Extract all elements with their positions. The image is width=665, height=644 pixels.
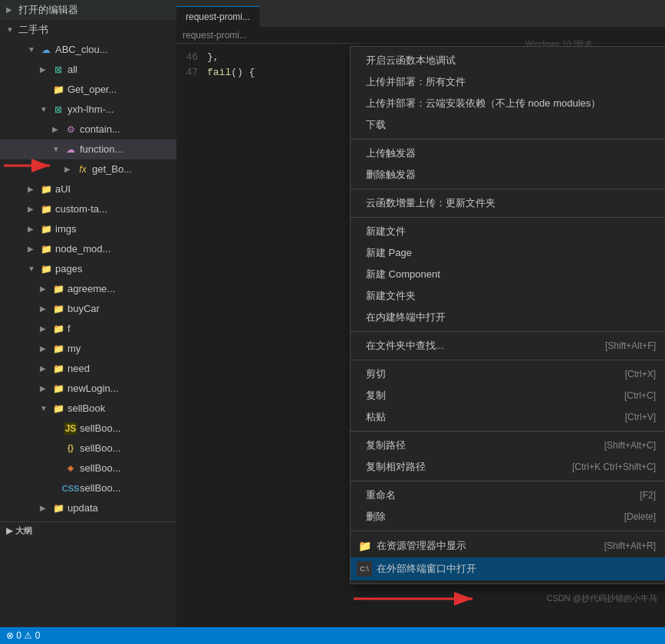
item-label: pages [55, 261, 82, 278]
project-header[interactable]: ▼ 二手书 [0, 20, 176, 40]
folder-icon: 📁 [52, 343, 64, 355]
menu-separator [351, 531, 665, 531]
tree-item[interactable]: ▶ 📁 f [0, 319, 176, 339]
item-label: yxh-lhm-... [67, 101, 114, 118]
menu-new-file[interactable]: 新建文件 [351, 221, 665, 242]
tree-item[interactable]: ▶ 📁 imgs [0, 219, 176, 239]
menu-open-terminal[interactable]: 在内建终端中打开 [351, 307, 665, 328]
tree-item[interactable]: ▶ fx get_Bo... [0, 159, 176, 179]
context-menu: 开启云函数本地调试 上传并部署：所有文件 上传并部署：云端安装依赖（不上传 no… [350, 46, 665, 584]
item-label: sellBoo... [80, 440, 120, 457]
watermark: CSDN @抄代码抄错的小牛马 [547, 593, 657, 604]
tree-item[interactable]: CSS sellBoo... [0, 478, 176, 498]
menu-open-debug[interactable]: 开启云函数本地调试 [351, 50, 665, 71]
folder-icon: 📁 [52, 283, 64, 295]
tree-item[interactable]: ▶ 📁 need [0, 359, 176, 379]
menu-new-folder[interactable]: 新建文件夹 [351, 285, 665, 307]
sidebar: ▶ 打开的编辑器 ▼ 二手书 ▼ ☁ ABC_clou... ▶ ⊠ all 📁… [0, 0, 176, 627]
tree-item[interactable]: {} sellBoo... [0, 439, 176, 458]
function-item[interactable]: ▼ ☁ function... [0, 140, 176, 159]
tree-item[interactable]: ▶ 📁 node_mod... [0, 239, 176, 259]
menu-separator [351, 139, 665, 140]
item-label: Get_oper... [67, 81, 117, 98]
item-label: imgs [55, 221, 76, 238]
js-icon: JS [64, 422, 77, 435]
tree-item[interactable]: ▶ 📁 aUI [0, 179, 176, 199]
tree-item[interactable]: ▶ 📁 newLogin... [0, 379, 176, 399]
tree-item[interactable]: ▶ 📁 agreeme... [0, 279, 176, 299]
menu-incremental-upload[interactable]: 云函数增量上传：更新文件夹 [351, 192, 665, 214]
json-icon: {} [64, 442, 77, 455]
fx-icon: fx [77, 163, 89, 176]
folder-icon: 📁 [40, 223, 52, 235]
item-label: all [67, 61, 77, 78]
tree-item[interactable]: ▼ ⊠ yxh-lhm-... [0, 100, 176, 120]
tree-item[interactable]: ▶ ⊠ all [0, 60, 176, 80]
menu-copy-relative-path[interactable]: 复制相对路径 [Ctrl+K Ctrl+Shift+C] [351, 456, 665, 478]
tree-item[interactable]: JS sellBoo... [0, 419, 176, 439]
item-label: updata [67, 500, 98, 517]
menu-show-in-explorer[interactable]: 📁 在资源管理器中显示 [Shift+Alt+R] [351, 534, 665, 557]
error-count: ⊗ 0 ⚠ 0 [6, 630, 40, 641]
menu-new-page[interactable]: 新建 Page [351, 242, 665, 264]
menu-separator [351, 217, 665, 218]
tree-item[interactable]: ▶ 📁 my [0, 339, 176, 359]
tree-item[interactable]: ▼ 📁 pages [0, 259, 176, 279]
menu-upload-trigger[interactable]: 上传触发器 [351, 143, 665, 164]
menu-download[interactable]: 下载 [351, 114, 665, 136]
status-left: ⊗ 0 ⚠ 0 [6, 630, 40, 641]
menu-paste[interactable]: 粘贴 [Ctrl+V] [351, 406, 665, 428]
folder-icon: 📁 [357, 538, 372, 554]
menu-rename[interactable]: 重命名 [F2] [351, 485, 665, 506]
menu-delete-trigger[interactable]: 删除触发器 [351, 164, 665, 186]
item-label: need [67, 360, 90, 377]
item-label: sellBoo... [80, 420, 120, 437]
folder-icon: 📁 [52, 363, 64, 375]
html-icon: ◈ [64, 462, 77, 475]
outline-label: 大纲 [15, 525, 32, 537]
folder-icon: 📁 [52, 502, 64, 514]
menu-upload-all[interactable]: 上传并部署：所有文件 [351, 71, 665, 93]
tree-item[interactable]: ▶ 📁 updata [0, 498, 176, 518]
item-label: get_Bo... [92, 161, 132, 178]
tree-item[interactable]: 📁 Get_oper... [0, 80, 176, 100]
item-label: ABC_clou... [55, 41, 108, 58]
folder-icon: 📁 [52, 402, 64, 415]
menu-find-in-folder[interactable]: 在文件夹中查找... [Shift+Alt+F] [351, 335, 665, 356]
project-label: 二手书 [18, 21, 48, 38]
func-icon: ⚙ [64, 123, 77, 136]
css-icon: CSS [64, 482, 77, 495]
item-label: sellBook [67, 400, 105, 417]
menu-separator [351, 189, 665, 189]
folder-icon: 📁 [40, 183, 52, 196]
item-label: my [67, 340, 81, 357]
folder-icon: 📁 [52, 303, 64, 315]
tree-item[interactable]: ▶ 📁 buyCar [0, 299, 176, 319]
tab-request-promi[interactable]: request-promi... [176, 6, 259, 27]
item-label: custom-ta... [55, 201, 107, 218]
arrow-icon: ▶ [6, 2, 18, 18]
folder-icon: 📁 [52, 383, 64, 395]
menu-separator [351, 431, 665, 432]
menu-separator [351, 481, 665, 481]
menu-copy[interactable]: 复制 [Ctrl+C] [351, 385, 665, 406]
tree-item[interactable]: ▶ ⚙ contain... [0, 120, 176, 140]
open-editors-header[interactable]: ▶ 打开的编辑器 [0, 0, 176, 20]
tree-item[interactable]: ▶ 📁 custom-ta... [0, 199, 176, 219]
item-label: contain... [80, 121, 120, 138]
menu-open-external-terminal[interactable]: C:\ 在外部终端窗口中打开 [351, 557, 665, 580]
folder-icon: 📁 [52, 323, 64, 335]
menu-copy-path[interactable]: 复制路径 [Shift+Alt+C] [351, 435, 665, 456]
menu-delete[interactable]: 删除 [Delete] [351, 506, 665, 527]
item-label: aUI [55, 181, 71, 198]
outline-header[interactable]: ▶ 大纲 [0, 521, 176, 540]
editor-area: request-promi... request-promi... 46 }, … [176, 0, 665, 627]
tree-item[interactable]: ◈ sellBoo... [0, 458, 176, 478]
menu-cut[interactable]: 剪切 [Ctrl+X] [351, 363, 665, 385]
menu-new-component[interactable]: 新建 Component [351, 264, 665, 285]
tree-item[interactable]: ▼ ☁ ABC_clou... [0, 40, 176, 60]
menu-upload-cloud[interactable]: 上传并部署：云端安装依赖（不上传 node modules） [351, 93, 665, 114]
tree-item[interactable]: ▼ 📁 sellBook [0, 399, 176, 419]
item-label: sellBoo... [80, 480, 120, 497]
open-editors-label: 打开的编辑器 [18, 2, 78, 18]
